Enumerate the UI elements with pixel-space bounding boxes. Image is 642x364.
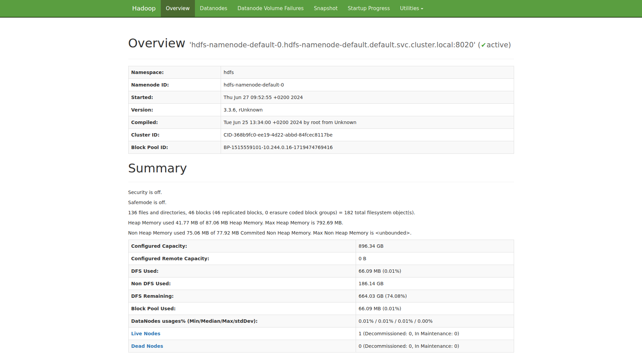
row-value: 664.03 GB (74.08%) (356, 290, 514, 302)
row-value: 66.09 MB (0.01%) (356, 302, 514, 315)
row-label: Namespace: (128, 66, 221, 79)
nav-item-startup-progress: Startup Progress (343, 0, 395, 17)
summary-heading: Summary (128, 161, 514, 175)
navbar-container: Hadoop Overview Datanodes Datanode Volum… (128, 0, 514, 17)
table-row: DataNodes usages% (Min/Median/Max/stdDev… (128, 315, 514, 327)
row-value: Tue Jun 25 13:34:00 +0200 2024 by root f… (221, 116, 514, 129)
status-open-paren: ( (478, 41, 481, 49)
nav-link-overview[interactable]: Overview (161, 0, 195, 17)
row-label: Configured Capacity: (128, 240, 356, 252)
page-title: Overview 'hdfs-namenode-default-0.hdfs-n… (128, 34, 514, 52)
table-row: Non DFS Used: 186.14 GB (128, 277, 514, 290)
dead-nodes-link[interactable]: Dead Nodes (131, 343, 163, 349)
summary-divider (128, 182, 514, 182)
row-value: 0 B (356, 252, 514, 265)
row-value: hdfs-namenode-default-0 (221, 79, 514, 91)
nav-item-utilities: Utilities (395, 0, 428, 17)
utilities-label: Utilities (400, 5, 419, 11)
nav-link-utilities-dropdown[interactable]: Utilities (395, 0, 428, 17)
table-row: Block Pool Used: 66.09 MB (0.01%) (128, 302, 514, 315)
nav-item-datanode-volume-failures: Datanode Volume Failures (233, 0, 309, 17)
title-divider (128, 59, 514, 59)
check-icon: ✔ (481, 41, 487, 49)
nav-item-snapshot: Snapshot (309, 0, 342, 17)
page-title-text: Overview (128, 36, 186, 50)
table-row: Namenode ID: hdfs-namenode-default-0 (128, 79, 514, 91)
table-row: Compiled: Tue Jun 25 13:34:00 +0200 2024… (128, 116, 514, 129)
namenode-address: 'hdfs-namenode-default-0.hdfs-namenode-d… (189, 41, 475, 49)
namenode-info-table: Namespace: hdfs Namenode ID: hdfs-nameno… (128, 66, 514, 154)
row-label: DFS Remaining: (128, 290, 356, 302)
table-row: Configured Capacity: 896.34 GB (128, 240, 514, 252)
safemode-status-text: Safemode is off. (128, 199, 514, 206)
security-status-text: Security is off. (128, 189, 514, 196)
table-row: DFS Remaining: 664.03 GB (74.08%) (128, 290, 514, 302)
table-row: Configured Remote Capacity: 0 B (128, 252, 514, 265)
row-label: DataNodes usages% (Min/Median/Max/stdDev… (128, 315, 356, 327)
row-value: hdfs (221, 66, 514, 79)
row-value: 3.3.6, rUnknown (221, 104, 514, 116)
row-label: Started: (128, 91, 221, 104)
caret-down-icon (421, 8, 423, 9)
row-value: 0 (Decommissioned: 0, In Maintenance: 0) (356, 340, 514, 353)
main-content: Overview 'hdfs-namenode-default-0.hdfs-n… (128, 34, 514, 353)
summary-table: Configured Capacity: 896.34 GB Configure… (128, 240, 514, 353)
row-label: Namenode ID: (128, 79, 221, 91)
nav-item-overview: Overview (161, 0, 195, 17)
navbar: Hadoop Overview Datanodes Datanode Volum… (0, 0, 642, 18)
nav-menu: Overview Datanodes Datanode Volume Failu… (161, 0, 429, 17)
page-subtitle: 'hdfs-namenode-default-0.hdfs-namenode-d… (189, 41, 511, 49)
row-label: DFS Used: (128, 265, 356, 277)
row-label: Block Pool ID: (128, 141, 221, 154)
nav-link-datanodes[interactable]: Datanodes (195, 0, 233, 17)
brand-link[interactable]: Hadoop (128, 0, 161, 17)
namenode-status: (✔active) (478, 41, 511, 49)
nav-link-snapshot[interactable]: Snapshot (309, 0, 342, 17)
row-label: Dead Nodes (128, 340, 356, 353)
table-row: Started: Thu Jun 27 09:52:55 +0200 2024 (128, 91, 514, 104)
row-value: BP-1515559101-10.244.0.16-1719474769416 (221, 141, 514, 154)
row-label: Configured Remote Capacity: (128, 252, 356, 265)
nav-link-datanode-volume-failures[interactable]: Datanode Volume Failures (233, 0, 309, 17)
live-nodes-link[interactable]: Live Nodes (131, 331, 160, 336)
non-heap-memory-text: Non Heap Memory used 75.06 MB of 77.92 M… (128, 229, 514, 236)
table-row: Dead Nodes 0 (Decommissioned: 0, In Main… (128, 340, 514, 353)
row-label: Version: (128, 104, 221, 116)
status-label: active) (487, 41, 511, 49)
table-row: Cluster ID: CID-368b9fc0-ee19-4d22-abbd-… (128, 129, 514, 141)
nav-item-datanodes: Datanodes (195, 0, 233, 17)
filesystem-objects-text: 136 files and directories, 46 blocks (46… (128, 209, 514, 216)
row-label: Cluster ID: (128, 129, 221, 141)
row-value: 1 (Decommissioned: 0, In Maintenance: 0) (356, 327, 514, 340)
table-row: Namespace: hdfs (128, 66, 514, 79)
row-value: 0.01% / 0.01% / 0.01% / 0.00% (356, 315, 514, 327)
row-label: Block Pool Used: (128, 302, 356, 315)
table-row: Live Nodes 1 (Decommissioned: 0, In Main… (128, 327, 514, 340)
row-value: 896.34 GB (356, 240, 514, 252)
row-label: Non DFS Used: (128, 277, 356, 290)
row-label: Live Nodes (128, 327, 356, 340)
row-label: Compiled: (128, 116, 221, 129)
table-row: DFS Used: 66.09 MB (0.01%) (128, 265, 514, 277)
row-value: 186.14 GB (356, 277, 514, 290)
row-value: Thu Jun 27 09:52:55 +0200 2024 (221, 91, 514, 104)
row-value: CID-368b9fc0-ee19-4d22-abbd-84fcec8117be (221, 129, 514, 141)
nav-link-startup-progress[interactable]: Startup Progress (343, 0, 395, 17)
heap-memory-text: Heap Memory used 41.77 MB of 87.06 MB He… (128, 219, 514, 226)
table-row: Block Pool ID: BP-1515559101-10.244.0.16… (128, 141, 514, 154)
row-value: 66.09 MB (0.01%) (356, 265, 514, 277)
table-row: Version: 3.3.6, rUnknown (128, 104, 514, 116)
